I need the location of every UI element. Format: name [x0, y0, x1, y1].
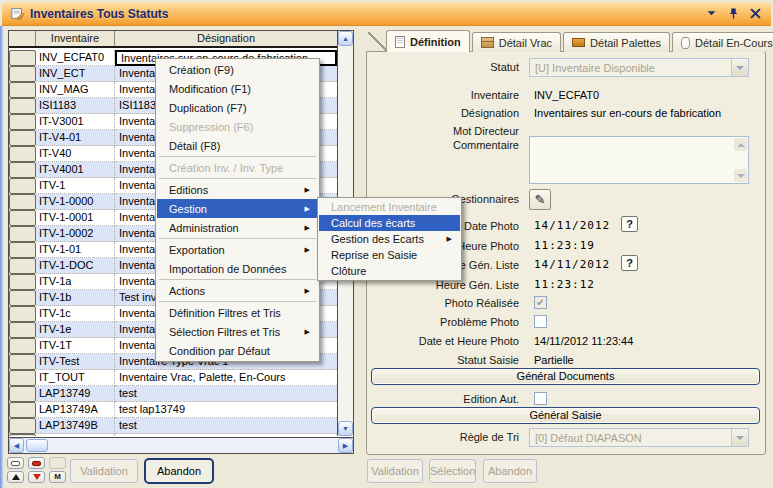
row-selector[interactable] — [9, 146, 36, 162]
cell-inventaire[interactable]: INV_ECT — [36, 66, 115, 82]
tab-d-finition[interactable]: Définition — [386, 30, 470, 52]
scroll-up-button[interactable]: ▲ — [338, 31, 353, 46]
row-selector[interactable] — [9, 130, 36, 146]
menu-item[interactable]: Duplication (F7) — [157, 98, 318, 117]
cell-inventaire[interactable]: ITV-1-0002 — [36, 226, 115, 242]
table-row[interactable]: LAP13749Ctest — [9, 434, 337, 436]
menu-item[interactable]: Actions▶ — [157, 281, 318, 300]
cell-inventaire[interactable]: ITV-1-0001 — [36, 210, 115, 226]
menu-item[interactable]: Gestion des Ecarts▶ — [319, 231, 460, 247]
cell-inventaire[interactable]: ITV-1b — [36, 290, 115, 306]
general-documents-button[interactable]: Général Documents — [371, 368, 760, 385]
cell-inventaire[interactable]: IT_TOUT — [36, 370, 115, 386]
row-selector[interactable] — [9, 258, 36, 274]
header-inventaire[interactable]: Inventaire — [36, 31, 115, 46]
row-selector[interactable] — [9, 354, 36, 370]
nav-down-button[interactable] — [28, 471, 45, 483]
cell-inventaire[interactable]: ITV-1T — [36, 338, 115, 354]
cell-inventaire[interactable]: IT-V4001 — [36, 162, 115, 178]
menu-item[interactable]: Importation de Données — [157, 259, 318, 278]
horizontal-scrollbar[interactable]: ◀ ▶ — [9, 437, 353, 453]
general-saisie-button[interactable]: Général Saisie — [371, 407, 760, 424]
row-selector[interactable] — [9, 114, 36, 130]
row-selector[interactable] — [9, 242, 36, 258]
cell-inventaire[interactable]: ITV-1c — [36, 306, 115, 322]
cell-inventaire[interactable]: LAP13749C — [36, 434, 115, 436]
row-selector[interactable] — [9, 82, 36, 98]
menu-item[interactable]: Gestion▶ — [157, 199, 318, 218]
menu-item[interactable]: Sélection Filtres et Tris▶ — [157, 322, 318, 341]
row-selector[interactable] — [9, 50, 36, 66]
cell-inventaire[interactable]: IT-V40 — [36, 146, 115, 162]
cell-inventaire[interactable]: ITV-1-01 — [36, 242, 115, 258]
chevron-down-icon[interactable] — [705, 7, 718, 20]
tab-d-tail-palettes[interactable]: Détail Palettes — [563, 32, 670, 52]
menu-item[interactable]: Administration▶ — [157, 218, 318, 237]
cell-designation[interactable]: Inventaire Vrac, Palette, En-Cours — [115, 370, 337, 386]
date-gen-liste-help-button[interactable]: ? — [621, 255, 638, 271]
row-selector[interactable] — [9, 322, 36, 338]
tab-d-tail-vrac[interactable]: Détail Vrac — [472, 32, 561, 52]
row-selector[interactable] — [9, 386, 36, 402]
tab-d-tail-en-cours[interactable]: Détail En-Cours — [672, 32, 773, 52]
row-selector[interactable] — [9, 402, 36, 418]
cell-inventaire[interactable]: INV_MAG — [36, 82, 115, 98]
row-selector[interactable] — [9, 290, 36, 306]
row-selector[interactable] — [9, 98, 36, 114]
row-selector[interactable] — [9, 66, 36, 82]
cell-inventaire[interactable]: ITV-1 — [36, 178, 115, 194]
commentaire-textarea[interactable] — [529, 136, 749, 184]
row-selector[interactable] — [9, 370, 36, 386]
gestionnaires-edit-button[interactable]: ✎ — [529, 189, 551, 210]
close-icon[interactable] — [749, 7, 762, 20]
menu-item[interactable]: Modification (F1) — [157, 79, 318, 98]
pin-icon[interactable] — [727, 7, 740, 20]
cell-inventaire[interactable]: ITV-1e — [36, 322, 115, 338]
menu-item[interactable]: Définition Filtres et Tris — [157, 303, 318, 322]
cell-designation[interactable]: test — [115, 386, 337, 402]
nav-up-button[interactable] — [7, 471, 24, 483]
menu-item[interactable]: Editions▶ — [157, 180, 318, 199]
row-selector[interactable] — [9, 306, 36, 322]
cell-designation[interactable]: test lap13749 — [115, 402, 337, 418]
cell-inventaire[interactable]: ITV-Test — [36, 354, 115, 370]
menu-item[interactable]: Condition par Défaut — [157, 341, 318, 360]
row-selector[interactable] — [9, 210, 36, 226]
row-selector[interactable] — [9, 274, 36, 290]
row-selector[interactable] — [9, 226, 36, 242]
menu-item[interactable]: Reprise en Saisie — [319, 247, 460, 263]
menu-item[interactable]: Création (F9) — [157, 60, 318, 79]
table-row[interactable]: LAP13749Atest lap13749 — [9, 402, 337, 418]
nav-box-button[interactable] — [7, 457, 24, 469]
cell-inventaire[interactable]: ITV-1-DOC — [36, 258, 115, 274]
menu-item[interactable]: Détail (F8) — [157, 136, 318, 155]
scroll-down-button[interactable]: ▼ — [338, 421, 353, 436]
cell-inventaire[interactable]: IT-V4-01 — [36, 130, 115, 146]
cell-inventaire[interactable]: LAP13749 — [36, 386, 115, 402]
row-selector[interactable] — [9, 338, 36, 354]
cell-inventaire[interactable]: IT-V3001 — [36, 114, 115, 130]
scroll-right-button[interactable]: ▶ — [338, 438, 353, 453]
table-row[interactable]: LAP13749test — [9, 386, 337, 402]
cell-designation[interactable]: test — [115, 434, 337, 436]
cell-inventaire[interactable]: INV_ECFAT0 — [36, 50, 115, 66]
row-selector[interactable] — [9, 178, 36, 194]
scrollbar-thumb[interactable] — [26, 439, 48, 452]
menu-item[interactable]: Exportation▶ — [157, 240, 318, 259]
abandon-button-left[interactable]: Abandon — [144, 458, 214, 484]
row-selector[interactable] — [9, 434, 36, 436]
row-selector[interactable] — [9, 418, 36, 434]
header-designation[interactable]: Désignation — [115, 31, 337, 46]
scroll-left-button[interactable]: ◀ — [9, 438, 24, 453]
menu-item[interactable]: Calcul des écarts — [319, 215, 460, 231]
probleme-photo-checkbox[interactable] — [534, 315, 547, 328]
nav-red-dash-button[interactable] — [28, 457, 45, 469]
table-row[interactable]: IT_TOUTInventaire Vrac, Palette, En-Cour… — [9, 370, 337, 386]
nav-m-button[interactable]: M — [49, 471, 66, 483]
cell-inventaire[interactable]: LAP13749B — [36, 418, 115, 434]
cell-inventaire[interactable]: ITV-1-0000 — [36, 194, 115, 210]
row-selector[interactable] — [9, 162, 36, 178]
edition-aut-checkbox[interactable] — [534, 392, 547, 405]
cell-inventaire[interactable]: ISI1183 — [36, 98, 115, 114]
row-selector[interactable] — [9, 194, 36, 210]
